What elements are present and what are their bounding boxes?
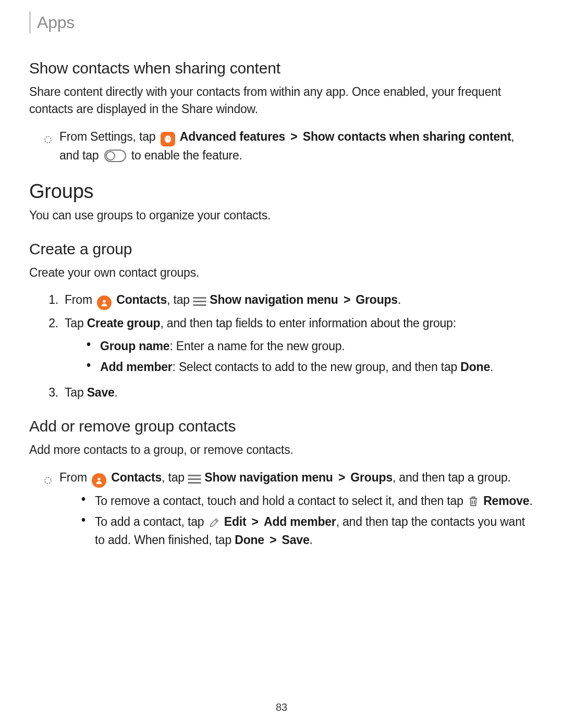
dot-bullet-icon: • xyxy=(87,337,95,353)
intro-groups: You can use groups to organize your cont… xyxy=(29,207,534,224)
trash-icon xyxy=(468,495,479,508)
heading-add-remove: Add or remove group contacts xyxy=(29,417,534,435)
period: . xyxy=(398,293,401,306)
breadcrumb: Apps xyxy=(29,11,534,33)
svg-rect-7 xyxy=(188,475,201,476)
text-tap-word: Tap xyxy=(65,386,87,399)
text-from-settings: From Settings, tap xyxy=(59,130,155,143)
label-advanced-features: Advanced features xyxy=(180,130,285,143)
dot-bullet-icon: • xyxy=(81,492,90,508)
step-number: 1. xyxy=(44,291,58,310)
label-groups-crumb: Groups xyxy=(350,471,393,484)
contacts-icon xyxy=(97,295,112,310)
text-from: From xyxy=(65,293,92,306)
step-3: 3. Tap Save. xyxy=(44,384,534,402)
label-contacts: Contacts xyxy=(111,471,162,484)
label-group-name: Group name xyxy=(100,339,169,353)
svg-rect-9 xyxy=(188,482,201,484)
bullet-add-contact: • To add a contact, tap Edit > Add membe… xyxy=(81,513,534,549)
label-remove: Remove xyxy=(483,494,529,508)
text-group-name-tail: : Enter a name for the new group. xyxy=(169,339,345,353)
hamburger-icon xyxy=(188,474,201,484)
section-show-contacts: Show contacts when sharing content Share… xyxy=(29,59,534,165)
section-groups: Groups You can use groups to organize yo… xyxy=(29,180,534,224)
text-enable-feature: to enable the feature. xyxy=(131,149,242,162)
label-edit: Edit xyxy=(224,515,247,528)
chevron: > xyxy=(344,293,350,306)
step-from-contacts: From Contacts, tap Show navigation menu … xyxy=(44,468,534,552)
text-add-lead: To add a contact, tap xyxy=(95,515,204,528)
svg-rect-4 xyxy=(193,304,206,306)
svg-rect-3 xyxy=(193,301,206,302)
contacts-icon xyxy=(92,473,106,488)
label-show-contacts-sharing: Show contacts when sharing content xyxy=(303,130,511,143)
label-save: Save xyxy=(282,533,310,547)
section-add-remove: Add or remove group contacts Add more co… xyxy=(29,417,534,552)
edit-icon xyxy=(209,517,220,528)
svg-point-1 xyxy=(103,300,105,303)
step-1: 1. From Contacts, tap Show navigation me… xyxy=(44,291,534,310)
text-create-group-tail: , and then tap fields to enter informati… xyxy=(160,316,456,330)
label-add-member: Add member xyxy=(100,360,173,374)
advanced-features-icon xyxy=(161,132,175,146)
dot-bullet-icon: • xyxy=(87,358,95,374)
text-and-tap-group: , and then tap a group. xyxy=(393,471,511,484)
step-2: 2. Tap Create group, and then tap fields… xyxy=(44,314,534,379)
label-done: Done xyxy=(235,533,264,547)
heading-show-contacts: Show contacts when sharing content xyxy=(29,59,534,77)
svg-rect-8 xyxy=(188,478,201,480)
step-number: 3. xyxy=(44,384,58,402)
svg-point-0 xyxy=(45,137,51,143)
circle-bullet-icon xyxy=(44,131,52,150)
chevron: > xyxy=(338,471,345,484)
label-create-group: Create group xyxy=(87,316,161,330)
bullet-add-member: • Add member: Select contacts to add to … xyxy=(87,358,534,376)
breadcrumb-label: Apps xyxy=(37,13,75,32)
label-save: Save xyxy=(87,386,115,399)
step-number: 2. xyxy=(44,314,58,333)
period: . xyxy=(310,533,313,547)
hamburger-icon xyxy=(193,296,206,306)
section-create-group: Create a group Create your own contact g… xyxy=(29,240,534,402)
svg-rect-2 xyxy=(193,297,206,299)
label-show-nav-menu: Show navigation menu xyxy=(210,293,338,306)
period: . xyxy=(490,360,493,374)
text-remove-lead: To remove a contact, touch and hold a co… xyxy=(95,494,463,508)
label-groups-crumb: Groups xyxy=(356,293,398,306)
period: . xyxy=(115,386,118,399)
svg-point-5 xyxy=(45,477,51,484)
intro-show-contacts: Share content directly with your contact… xyxy=(29,83,534,118)
text-tap: , tap xyxy=(162,471,185,484)
text-from: From xyxy=(59,471,87,484)
page-number: 83 xyxy=(0,701,563,713)
heading-create-group: Create a group xyxy=(29,240,534,258)
chevron: > xyxy=(290,130,297,143)
text-tap-word: Tap xyxy=(65,316,87,330)
step-from-settings: From Settings, tap Advanced features > S… xyxy=(44,128,534,165)
label-add-member: Add member xyxy=(264,515,336,528)
label-show-nav-menu: Show navigation menu xyxy=(204,471,333,484)
label-contacts: Contacts xyxy=(116,293,167,306)
breadcrumb-bar xyxy=(29,11,31,33)
svg-point-6 xyxy=(97,477,100,480)
intro-add-remove: Add more contacts to a group, or remove … xyxy=(29,441,534,459)
period: . xyxy=(529,494,532,508)
chevron: > xyxy=(252,515,259,528)
bullet-group-name: • Group name: Enter a name for the new g… xyxy=(87,337,534,355)
dot-bullet-icon: • xyxy=(81,513,90,528)
intro-create-group: Create your own contact groups. xyxy=(29,264,534,281)
toggle-icon xyxy=(104,150,126,162)
text-tap: , tap xyxy=(167,293,190,306)
bullet-remove-contact: • To remove a contact, touch and hold a … xyxy=(81,492,534,510)
chevron: > xyxy=(270,533,276,547)
text-add-member-tail: : Select contacts to add to the new grou… xyxy=(173,360,461,374)
heading-groups: Groups xyxy=(29,180,534,203)
circle-bullet-icon xyxy=(44,472,52,490)
label-done: Done xyxy=(460,360,490,374)
